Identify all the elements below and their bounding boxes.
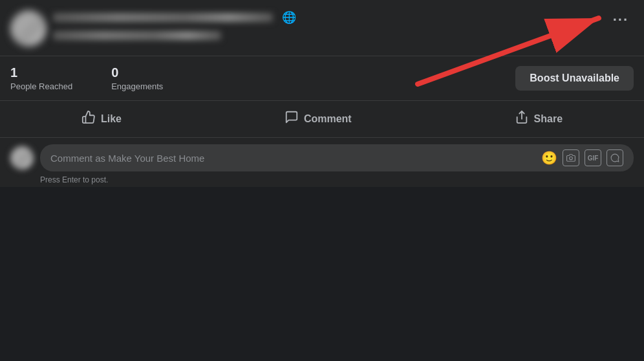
sticker-icon[interactable] bbox=[606, 149, 623, 166]
comment-section: Comment as Make Your Best Home 🙂 GIF Pre bbox=[0, 138, 644, 187]
stats-row: 1 People Reached 0 Engagements Boost Una… bbox=[0, 56, 644, 101]
comment-button[interactable]: Comment bbox=[259, 104, 378, 135]
share-button[interactable]: Share bbox=[489, 104, 588, 135]
like-label: Like bbox=[101, 113, 122, 125]
comment-placeholder: Comment as Make Your Best Home bbox=[50, 153, 204, 164]
share-label: Share bbox=[534, 113, 563, 125]
like-button[interactable]: Like bbox=[56, 104, 147, 135]
emoji-icon[interactable]: 🙂 bbox=[541, 150, 557, 166]
svg-point-3 bbox=[570, 157, 573, 160]
post-header: 🌐 ··· bbox=[0, 0, 644, 56]
post-name-row: 🌐 bbox=[53, 10, 608, 25]
globe-icon: 🌐 bbox=[282, 10, 296, 25]
people-reached-label: People Reached bbox=[10, 82, 72, 91]
engagements-label: Engagements bbox=[111, 82, 163, 91]
more-options-button[interactable]: ··· bbox=[608, 10, 634, 30]
boost-unavailable-button[interactable]: Boost Unavailable bbox=[515, 66, 634, 91]
engagements-stat: 0 Engagements bbox=[111, 65, 163, 91]
post-header-left: 🌐 bbox=[10, 10, 608, 47]
post-subtitle-blur bbox=[53, 31, 221, 40]
engagements-count: 0 bbox=[111, 65, 163, 80]
press-enter-hint: Press Enter to post. bbox=[10, 175, 634, 184]
comment-icon bbox=[284, 110, 299, 128]
share-icon bbox=[515, 110, 529, 128]
avatar bbox=[10, 10, 47, 47]
people-reached-stat: 1 People Reached bbox=[10, 65, 72, 91]
post-meta: 🌐 bbox=[53, 10, 608, 40]
comment-input-row: Comment as Make Your Best Home 🙂 GIF bbox=[10, 144, 634, 171]
people-reached-count: 1 bbox=[10, 65, 72, 80]
comment-input-box[interactable]: Comment as Make Your Best Home 🙂 GIF bbox=[40, 144, 634, 171]
commenter-avatar bbox=[10, 146, 34, 170]
like-icon bbox=[81, 110, 96, 128]
camera-icon[interactable] bbox=[563, 149, 579, 166]
gif-icon[interactable]: GIF bbox=[585, 149, 601, 166]
action-row: Like Comment Share bbox=[0, 101, 644, 138]
comment-icons-group: 🙂 GIF bbox=[541, 149, 623, 166]
comment-label: Comment bbox=[304, 113, 352, 125]
post-name-blur bbox=[53, 13, 273, 22]
